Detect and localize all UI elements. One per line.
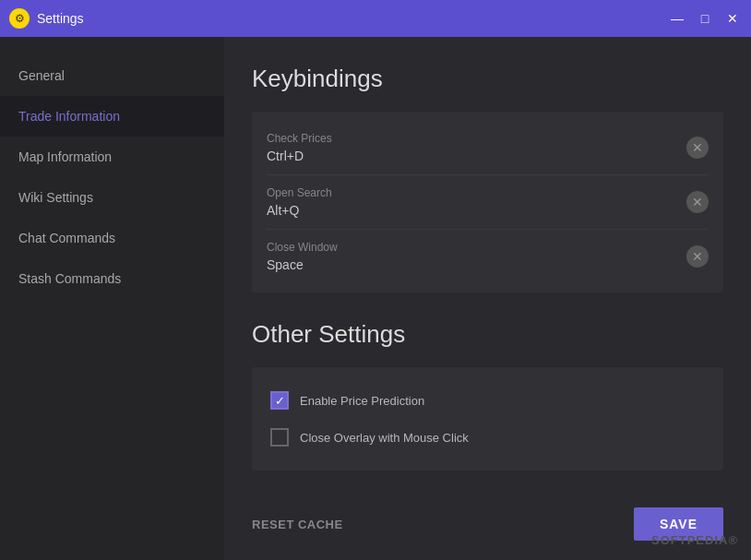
other-settings-title: Other Settings xyxy=(252,320,723,349)
keybinding-row-close-window: Close Window Space ✕ xyxy=(267,230,709,283)
keybinding-info-check-prices: Check Prices Ctrl+D xyxy=(267,132,332,163)
keybindings-box: Check Prices Ctrl+D ✕ Open Search Alt+Q … xyxy=(252,112,723,292)
keybinding-value-open-search: Alt+Q xyxy=(267,203,332,218)
keybinding-label-close-window: Close Window xyxy=(267,241,338,254)
sidebar-item-trade-information[interactable]: Trade Information xyxy=(0,96,224,137)
keybinding-value-check-prices: Ctrl+D xyxy=(267,149,332,163)
setting-row-close-overlay: Close Overlay with Mouse Click xyxy=(270,419,705,456)
sidebar-item-map-information[interactable]: Map Information xyxy=(0,137,224,177)
window-controls: — □ ✕ xyxy=(668,9,742,28)
keybinding-info-open-search: Open Search Alt+Q xyxy=(267,186,332,218)
sidebar-item-general[interactable]: General xyxy=(0,55,224,96)
content-area: Keybindings Check Prices Ctrl+D ✕ Open S… xyxy=(224,37,751,560)
keybinding-row-open-search: Open Search Alt+Q ✕ xyxy=(267,175,709,230)
checkbox-unchecked-close-overlay xyxy=(270,428,289,447)
app-icon: ⚙ xyxy=(9,8,30,29)
checkbox-close-overlay[interactable] xyxy=(270,428,289,447)
title-left: ⚙ Settings xyxy=(9,8,84,29)
sidebar-item-stash-commands[interactable]: Stash Commands xyxy=(0,258,224,299)
keybinding-remove-check-prices[interactable]: ✕ xyxy=(686,137,709,159)
save-button[interactable]: SAVE xyxy=(634,507,723,541)
keybinding-remove-open-search[interactable]: ✕ xyxy=(686,191,709,213)
keybindings-title: Keybindings xyxy=(252,65,723,93)
close-button[interactable]: ✕ xyxy=(723,9,742,28)
bottom-bar: RESET CACHE SAVE xyxy=(252,498,723,541)
setting-label-price-prediction: Enable Price Prediction xyxy=(300,394,424,408)
setting-row-price-prediction: ✓ Enable Price Prediction xyxy=(270,382,705,419)
keybinding-remove-close-window[interactable]: ✕ xyxy=(686,245,709,268)
keybinding-info-close-window: Close Window Space xyxy=(267,241,338,272)
window-title: Settings xyxy=(37,11,84,26)
keybinding-value-close-window: Space xyxy=(267,257,338,272)
sidebar-item-wiki-settings[interactable]: Wiki Settings xyxy=(0,177,224,218)
keybinding-label-open-search: Open Search xyxy=(267,186,332,199)
keybinding-row-check-prices: Check Prices Ctrl+D ✕ xyxy=(267,121,709,175)
maximize-button[interactable]: □ xyxy=(696,9,714,28)
checkbox-checked-price-prediction: ✓ xyxy=(270,391,289,410)
keybinding-label-check-prices: Check Prices xyxy=(267,132,332,145)
sidebar-item-chat-commands[interactable]: Chat Commands xyxy=(0,218,224,258)
reset-cache-button[interactable]: RESET CACHE xyxy=(252,518,343,531)
checkbox-price-prediction[interactable]: ✓ xyxy=(270,391,289,410)
minimize-button[interactable]: — xyxy=(668,9,686,28)
other-settings-box: ✓ Enable Price Prediction Close Overlay … xyxy=(252,367,723,471)
setting-label-close-overlay: Close Overlay with Mouse Click xyxy=(300,431,469,445)
sidebar: General Trade Information Map Informatio… xyxy=(0,37,224,560)
title-bar: ⚙ Settings — □ ✕ xyxy=(0,0,751,37)
main-layout: General Trade Information Map Informatio… xyxy=(0,37,751,560)
